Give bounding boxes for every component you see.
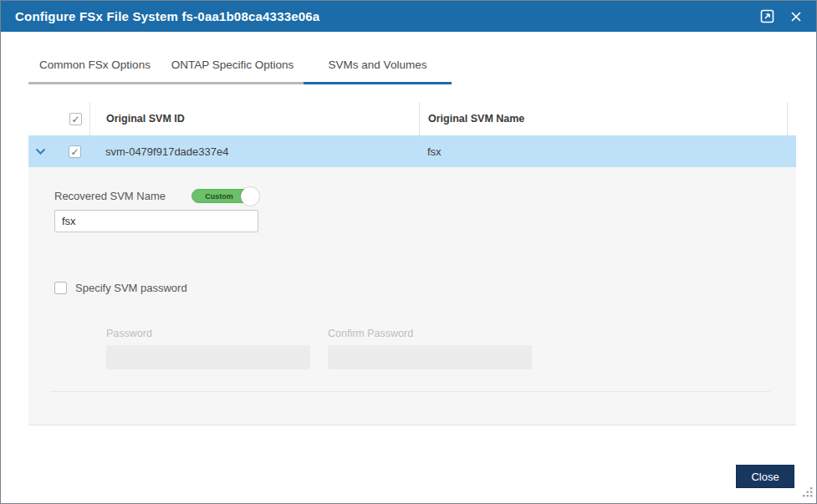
close-icon[interactable]	[789, 9, 804, 24]
svm-table: Original SVM ID Original SVM Name svm-04…	[28, 102, 796, 167]
specify-svm-password-label: Specify SVM password	[75, 282, 187, 294]
svm-table-header: Original SVM ID Original SVM Name	[28, 102, 796, 135]
confirm-password-input	[328, 345, 532, 369]
row-svm-name: fsx	[427, 145, 442, 158]
recovered-svm-name-label: Recovered SVM Name	[54, 190, 191, 202]
tab-ontap-specific-options[interactable]: ONTAP Specific Options	[161, 53, 304, 84]
confirm-password-label: Confirm Password	[328, 328, 532, 339]
specify-svm-password-checkbox[interactable]	[54, 282, 67, 294]
recovered-svm-name-input[interactable]	[54, 210, 258, 232]
password-input	[106, 345, 310, 369]
resize-grip[interactable]	[802, 486, 813, 501]
svm-details-panel: Recovered SVM Name Custom Specify SVM pa…	[28, 167, 796, 425]
row-checkbox[interactable]	[69, 145, 81, 158]
row-svm-id: svm-0479f917dade337e4	[105, 145, 228, 158]
header-scroll-gutter	[787, 102, 796, 135]
dialog-titlebar: Configure FSx File System fs-0aa1b08ca43…	[1, 1, 816, 32]
popout-icon[interactable]	[759, 9, 774, 24]
panel-divider	[50, 391, 770, 392]
configure-fsx-dialog: Configure FSx File System fs-0aa1b08ca43…	[0, 0, 817, 504]
select-all-checkbox[interactable]	[69, 113, 82, 125]
custom-name-toggle-label: Custom	[205, 192, 233, 201]
toggle-knob	[241, 187, 259, 206]
close-button[interactable]: Close	[736, 465, 794, 488]
tab-svms-and-volumes[interactable]: SVMs and Volumes	[304, 53, 452, 84]
password-label: Password	[106, 328, 310, 339]
tab-common-fsx-options[interactable]: Common FSx Options	[28, 53, 161, 84]
tab-bar: Common FSx Options ONTAP Specific Option…	[28, 53, 794, 84]
chevron-down-icon[interactable]	[33, 145, 47, 158]
custom-name-toggle[interactable]: Custom	[191, 189, 258, 203]
svm-table-row[interactable]: svm-0479f917dade337e4 fsx	[28, 135, 796, 167]
column-header-svm-id: Original SVM ID	[106, 113, 185, 125]
dialog-title: Configure FSx File System fs-0aa1b08ca43…	[15, 9, 759, 23]
column-header-svm-name: Original SVM Name	[428, 113, 524, 125]
